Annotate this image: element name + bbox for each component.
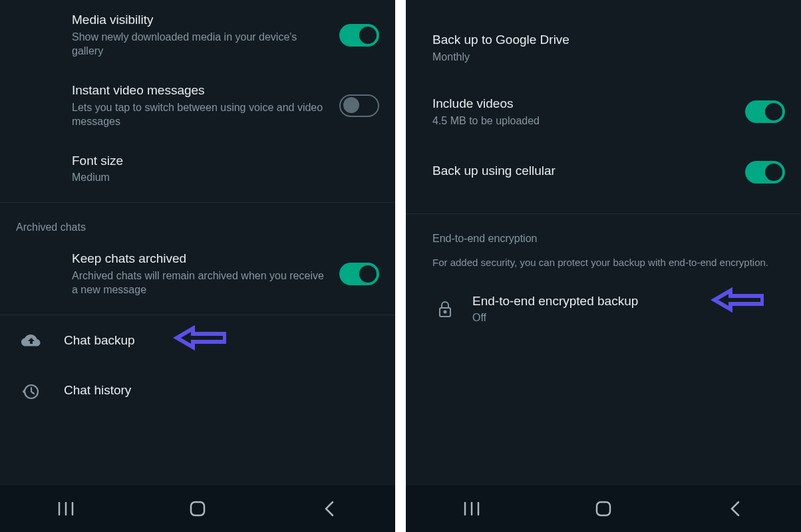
right-content: Back up to Google Drive Monthly Include … (406, 0, 801, 485)
e2e-backup-row[interactable]: End-to-end encrypted backup Off (406, 281, 801, 337)
chat-history-row[interactable]: Chat history (0, 368, 395, 416)
cloud-upload-icon (16, 333, 64, 349)
cellular-row[interactable]: Back up using cellular (406, 148, 801, 196)
keep-archived-row[interactable]: Keep chats archived Archived chats will … (0, 239, 395, 309)
recents-button[interactable] (39, 495, 92, 522)
chat-backup-title: Chat backup (64, 332, 369, 349)
cellular-title: Back up using cellular (432, 163, 734, 180)
e2e-backup-value: Off (472, 311, 774, 325)
back-button[interactable] (303, 495, 356, 522)
right-screenshot: Back up to Google Drive Monthly Include … (406, 0, 801, 532)
nav-bar (0, 485, 395, 532)
include-videos-toggle[interactable] (745, 100, 785, 123)
keep-archived-title: Keep chats archived (72, 251, 329, 267)
e2e-backup-title: End-to-end encrypted backup (472, 293, 774, 310)
e2e-header: End-to-end encryption (406, 214, 801, 250)
google-drive-row[interactable]: Back up to Google Drive Monthly (406, 20, 801, 76)
recents-button[interactable] (445, 495, 498, 522)
svg-rect-4 (191, 502, 204, 515)
instant-video-toggle[interactable] (339, 94, 379, 117)
media-visibility-subtitle: Show newly downloaded media in your devi… (72, 30, 329, 59)
chat-backup-row[interactable]: Chat backup (0, 315, 395, 368)
instant-video-row[interactable]: Instant video messages Lets you tap to s… (0, 70, 395, 141)
history-icon (16, 382, 64, 401)
archived-chats-header: Archived chats (0, 203, 395, 239)
include-videos-subtitle: 4.5 MB to be uploaded (432, 114, 734, 128)
media-visibility-toggle[interactable] (339, 24, 379, 47)
include-videos-title: Include videos (432, 96, 734, 112)
svg-rect-10 (597, 502, 610, 515)
nav-bar (406, 485, 801, 532)
cellular-toggle[interactable] (745, 161, 785, 184)
chat-history-title: Chat history (64, 382, 369, 399)
home-button[interactable] (577, 495, 630, 522)
instant-video-title: Instant video messages (72, 82, 329, 99)
font-size-row[interactable]: Font size Medium (0, 141, 395, 197)
lock-icon (432, 301, 472, 318)
font-size-title: Font size (72, 153, 369, 170)
media-visibility-title: Media visibility (72, 12, 329, 29)
keep-archived-toggle[interactable] (339, 263, 379, 285)
instant-video-subtitle: Lets you tap to switch between using voi… (72, 100, 329, 129)
svg-point-6 (444, 311, 446, 313)
google-drive-title: Back up to Google Drive (432, 32, 774, 49)
home-button[interactable] (171, 495, 224, 522)
google-drive-value: Monthly (432, 50, 774, 65)
e2e-description: For added security, you can protect your… (406, 250, 801, 281)
font-size-value: Medium (72, 170, 369, 185)
left-screenshot: Media visibility Show newly downloaded m… (0, 0, 395, 532)
left-content: Media visibility Show newly downloaded m… (0, 0, 395, 485)
keep-archived-subtitle: Archived chats will remain archived when… (72, 269, 329, 297)
include-videos-row[interactable]: Include videos 4.5 MB to be uploaded (406, 84, 801, 140)
back-button[interactable] (709, 495, 762, 522)
media-visibility-row[interactable]: Media visibility Show newly downloaded m… (0, 0, 395, 70)
